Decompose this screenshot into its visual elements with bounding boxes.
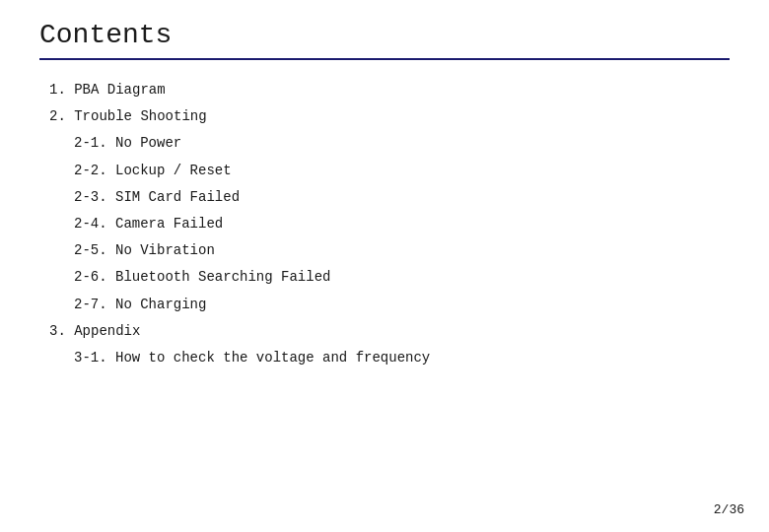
toc-item-2-2: 2-2. Lockup / Reset (74, 159, 730, 183)
toc-item-2: 2. Trouble Shooting (49, 104, 730, 129)
toc-item-2-1: 2-1. No Power (74, 131, 730, 156)
page-container: Contents 1. PBA Diagram 2. Trouble Shoot… (0, 0, 769, 532)
toc-item-2-5: 2-5. No Vibration (74, 238, 730, 263)
toc-item-3: 3. Appendix (49, 319, 730, 344)
toc-item-2-3: 2-3. SIM Card Failed (74, 185, 730, 210)
title-section: Contents (39, 20, 730, 60)
toc-item-2-4: 2-4. Camera Failed (74, 212, 730, 236)
toc-item-3-1: 3-1. How to check the voltage and freque… (74, 346, 730, 370)
toc-item-2-7: 2-7. No Charging (74, 293, 730, 317)
toc-item-1: 1. PBA Diagram (49, 78, 730, 102)
toc-item-2-6: 2-6. Bluetooth Searching Failed (74, 265, 730, 290)
page-number: 2/36 (714, 502, 744, 517)
contents-list: 1. PBA Diagram 2. Trouble Shooting 2-1. … (39, 78, 730, 370)
page-title: Contents (39, 20, 730, 50)
